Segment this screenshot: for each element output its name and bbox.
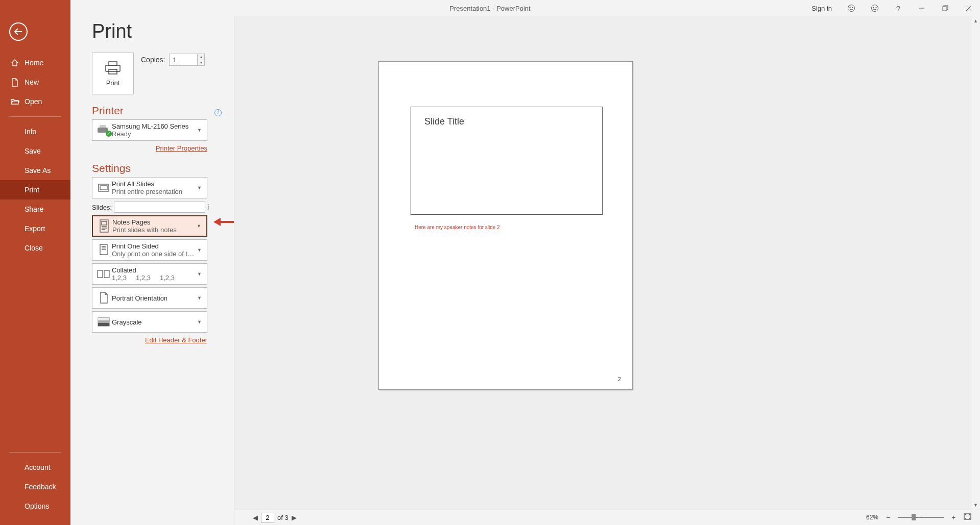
print-panel: Print Print Copies: ▲▼ Printer i ✓ Samsu… <box>70 0 234 525</box>
sidebar-item-export[interactable]: Export <box>0 219 70 238</box>
preview-page: Slide Title Here are my speaker notes fo… <box>378 61 633 390</box>
print-preview: Slide Title Here are my speaker notes fo… <box>234 16 980 525</box>
sidebar-item-label: Options <box>25 502 49 510</box>
grayscale-icon <box>95 317 112 327</box>
sidebar-separator <box>9 116 61 117</box>
chevron-down-icon: ▼ <box>195 247 204 253</box>
sidebar-item-info[interactable]: Info <box>0 122 70 141</box>
chevron-down-icon: ▼ <box>195 295 204 301</box>
sidebar-item-options[interactable]: Options <box>0 496 70 516</box>
scroll-down-icon[interactable]: ▼ <box>971 501 980 510</box>
scroll-up-icon[interactable]: ▲ <box>971 16 980 26</box>
sidebar-item-print[interactable]: Print <box>0 180 70 199</box>
sidebar-item-label: Print <box>25 186 39 194</box>
svg-rect-31 <box>98 323 109 326</box>
settings-heading: Settings <box>92 162 222 174</box>
print-layout-selector[interactable]: Notes Pages Print slides with notes ▼ <box>92 215 207 237</box>
close-button[interactable] <box>965 4 973 12</box>
backstage-sidebar: Home New Open Info Save Save As Print Sh… <box>0 0 70 525</box>
svg-point-4 <box>873 7 874 8</box>
sign-in-link[interactable]: Sign in <box>811 5 832 12</box>
page-title: Print <box>92 20 222 42</box>
chevron-down-icon: ▼ <box>195 319 204 324</box>
svg-point-2 <box>852 7 853 8</box>
svg-rect-30 <box>98 320 109 323</box>
sidebar-item-home[interactable]: Home <box>0 53 70 72</box>
slides-icon <box>95 183 112 193</box>
preview-page-number: 2 <box>618 376 621 382</box>
back-button[interactable] <box>9 22 28 41</box>
slides-info-icon[interactable]: i <box>207 203 209 211</box>
svg-rect-18 <box>102 221 107 225</box>
svg-point-1 <box>850 7 850 8</box>
orientation-selector[interactable]: Portrait Orientation ▼ <box>92 287 207 309</box>
zoom-slider[interactable] <box>898 517 944 518</box>
copies-spinner[interactable]: ▲▼ <box>198 54 205 66</box>
window-title: Presentation1 - PowerPoint <box>449 5 530 12</box>
printer-properties-link[interactable]: Printer Properties <box>156 144 207 152</box>
home-icon <box>10 58 19 67</box>
sidebar-item-new[interactable]: New <box>0 72 70 92</box>
sad-face-icon[interactable] <box>871 4 879 12</box>
color-selector[interactable]: Grayscale ▼ <box>92 311 207 333</box>
page-total-label: of 3 <box>277 514 289 521</box>
sidebar-item-save-as[interactable]: Save As <box>0 161 70 180</box>
preview-scrollbar[interactable]: ▲ ▼ <box>971 16 980 510</box>
print-sided-sub: Only print on one side of the... <box>112 250 195 258</box>
svg-point-0 <box>848 5 855 12</box>
zoom-in-button[interactable]: + <box>950 514 957 521</box>
collate-selector[interactable]: Collated 1,2,3 1,2,3 1,2,3 ▼ <box>92 263 207 285</box>
header-footer-link[interactable]: Edit Header & Footer <box>145 336 207 344</box>
sidebar-item-label: Save <box>25 147 41 155</box>
portrait-icon <box>95 292 112 304</box>
sidebar-item-label: Open <box>25 97 42 106</box>
sidebar-item-label: Export <box>25 224 45 233</box>
printer-info-icon[interactable]: i <box>214 109 222 116</box>
collate-sub: 1,2,3 1,2,3 1,2,3 <box>112 274 195 282</box>
sidebar-item-close[interactable]: Close <box>0 238 70 258</box>
print-sided-selector[interactable]: Print One Sided Only print on one side o… <box>92 239 207 261</box>
next-page-button[interactable]: ▶ <box>292 514 297 521</box>
restore-button[interactable] <box>941 4 949 12</box>
zoom-to-fit-button[interactable] <box>963 512 972 522</box>
orientation-title: Portrait Orientation <box>112 294 195 302</box>
slides-input[interactable] <box>114 202 205 213</box>
sidebar-item-feedback[interactable]: Feedback <box>0 477 70 496</box>
printer-name: Samsung ML-2160 Series <box>112 122 195 130</box>
print-range-selector[interactable]: Print All Slides Print entire presentati… <box>92 177 207 198</box>
printer-selector[interactable]: ✓ Samsung ML-2160 Series Ready ▼ <box>92 119 207 141</box>
sidebar-item-label: Save As <box>25 166 51 174</box>
sidebar-item-share[interactable]: Share <box>0 199 70 219</box>
svg-rect-8 <box>943 7 947 11</box>
color-title: Grayscale <box>112 318 195 326</box>
sidebar-item-label: Home <box>25 59 43 67</box>
open-icon <box>10 97 19 106</box>
print-range-sub: Print entire presentation <box>112 188 195 195</box>
previous-page-button[interactable]: ◀ <box>253 514 258 521</box>
zoom-out-button[interactable]: − <box>885 514 892 521</box>
chevron-down-icon: ▼ <box>195 128 204 133</box>
minimize-button[interactable] <box>918 4 926 12</box>
sidebar-item-label: Feedback <box>25 483 56 491</box>
preview-bottombar: ◀ of 3 ▶ 62% − + <box>234 510 980 525</box>
sidebar-item-account[interactable]: Account <box>0 458 70 477</box>
happy-face-icon[interactable] <box>847 4 855 12</box>
print-layout-title: Notes Pages <box>112 218 195 226</box>
help-icon[interactable]: ? <box>894 4 902 12</box>
printer-icon <box>104 61 122 75</box>
sidebar-item-save[interactable]: Save <box>0 141 70 161</box>
chevron-down-icon: ▼ <box>195 223 203 229</box>
collate-title: Collated <box>112 266 195 274</box>
chevron-down-icon: ▼ <box>195 271 204 277</box>
sidebar-item-open[interactable]: Open <box>0 92 70 111</box>
zoom-level: 62% <box>866 514 878 521</box>
print-button-label: Print <box>106 79 120 87</box>
new-icon <box>10 78 19 87</box>
copies-input[interactable] <box>169 54 198 66</box>
svg-rect-26 <box>98 270 103 278</box>
sidebar-item-label: Info <box>25 128 36 136</box>
page-number-input[interactable] <box>261 513 274 523</box>
print-layout-sub: Print slides with notes <box>112 226 195 234</box>
svg-point-3 <box>872 5 878 12</box>
print-button[interactable]: Print <box>92 53 134 94</box>
